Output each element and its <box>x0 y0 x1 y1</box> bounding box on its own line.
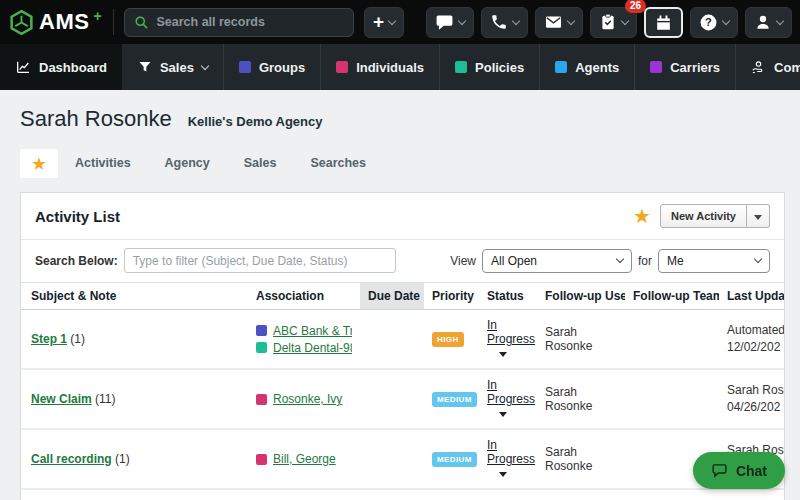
col-subject[interactable]: Subject & Note <box>21 283 248 310</box>
funnel-icon <box>138 60 152 74</box>
user-menu-button[interactable] <box>745 7 792 38</box>
followup-team-cell <box>625 310 719 370</box>
table-row: Insurance License - Updated 2023 (1) Sar… <box>21 489 784 500</box>
nav-item-dashboard[interactable]: Dashboard <box>0 44 123 90</box>
phone-button[interactable] <box>481 7 528 38</box>
search-input[interactable] <box>156 15 343 29</box>
add-record-button[interactable]: + <box>364 7 404 38</box>
clipboard-check-icon <box>599 13 617 31</box>
table-row: Step 1 (1) ABC Bank & Trust Delta Dental… <box>21 310 784 370</box>
chat-label: Chat <box>736 463 767 479</box>
panel-title: Activity List <box>35 208 120 225</box>
logo-text: AMS <box>39 9 89 35</box>
activity-filter-input[interactable] <box>124 248 396 273</box>
subject-link[interactable]: New Claim <box>31 392 92 406</box>
tab-agency[interactable]: Agency <box>148 148 227 178</box>
col-last-update[interactable]: Last Update <box>719 283 784 310</box>
due-date-cell <box>360 429 424 489</box>
nav-item-carriers[interactable]: Carriers <box>635 44 736 90</box>
association-link[interactable]: Rosonke, Ivy <box>273 392 342 406</box>
tasks-button[interactable]: 26 <box>590 7 637 38</box>
group-color-square <box>256 325 267 336</box>
chat-launcher-button[interactable]: Chat <box>693 452 785 489</box>
chevron-down-icon <box>616 255 624 263</box>
nav-item-sales[interactable]: Sales <box>123 44 224 90</box>
association-link[interactable]: ABC Bank & Trust <box>273 324 352 338</box>
followup-team-cell <box>625 489 719 500</box>
tab-activities[interactable]: Activities <box>58 148 148 178</box>
caret-down-icon <box>499 472 507 477</box>
global-search[interactable] <box>124 8 353 37</box>
new-activity-dropdown-button[interactable] <box>747 204 770 228</box>
envelope-icon <box>544 13 563 32</box>
subject-link[interactable]: Step 1 <box>31 332 67 346</box>
nav-item-groups[interactable]: Groups <box>224 44 321 90</box>
header-actions: 26 ? <box>426 7 792 38</box>
caret-down-icon <box>499 352 507 357</box>
nav-item-individuals[interactable]: Individuals <box>321 44 440 90</box>
activity-count: (1) <box>70 332 85 346</box>
nav-label: Individuals <box>356 60 424 75</box>
status-dropdown[interactable]: In Progress <box>487 318 535 346</box>
for-select[interactable]: Me <box>658 249 770 273</box>
app-logo[interactable]: AMS + <box>8 9 102 36</box>
due-date-cell <box>360 310 424 370</box>
followup-team-cell <box>625 369 719 429</box>
email-button[interactable] <box>535 7 583 38</box>
association-link[interactable]: Bill, George <box>273 452 336 466</box>
status-dropdown[interactable]: In Progress <box>487 378 535 406</box>
col-due-date[interactable]: Due Date <box>360 283 424 310</box>
star-icon: ★ <box>32 156 45 171</box>
for-select-value: Me <box>667 254 747 268</box>
nav-label: Agents <box>575 60 619 75</box>
status-dropdown[interactable]: In Progress <box>487 438 535 466</box>
calendar-button[interactable] <box>644 7 683 38</box>
top-header: AMS + + <box>0 0 800 44</box>
new-activity-button[interactable]: New Activity <box>660 204 747 228</box>
col-priority[interactable]: Priority <box>424 283 479 310</box>
page-subtitle: Kellie's Demo Agency <box>188 114 323 129</box>
individual-color-square <box>256 454 267 465</box>
priority-badge: HIGH <box>432 332 464 347</box>
col-association[interactable]: Association <box>248 283 360 310</box>
caret-down-icon <box>754 215 762 220</box>
divider <box>113 9 114 35</box>
tab-favorites[interactable]: ★ <box>20 149 58 178</box>
chevron-down-icon <box>567 16 575 24</box>
dashboard-icon <box>15 59 31 75</box>
policy-color-square <box>256 342 267 353</box>
logo-hexagon-icon <box>8 9 35 36</box>
followup-user-cell: Sarah Rosonke <box>537 310 625 370</box>
association-link[interactable]: Delta Dental-98975... <box>273 341 352 355</box>
logo-plus: + <box>93 8 101 24</box>
chevron-down-icon <box>754 255 762 263</box>
subject-link[interactable]: Call recording <box>31 452 112 466</box>
view-select[interactable]: All Open <box>482 249 632 273</box>
table-row: Call recording (1) Bill, George MEDIUM I… <box>21 429 784 489</box>
plus-icon: + <box>373 12 384 31</box>
nav-item-agents[interactable]: Agents <box>540 44 635 90</box>
chevron-down-icon <box>388 16 396 24</box>
nav-item-commission[interactable]: Commission <box>736 44 800 90</box>
messages-button[interactable] <box>426 7 474 38</box>
calendar-icon <box>654 13 673 32</box>
chevron-down-icon <box>512 16 520 24</box>
tab-sales[interactable]: Sales <box>227 148 294 178</box>
due-date-cell <box>360 489 424 500</box>
last-update-by: Sarah Ros <box>727 383 784 397</box>
groups-color-square <box>239 61 251 73</box>
col-followup-user[interactable]: Follow-up User <box>537 283 625 310</box>
caret-down-icon <box>499 412 507 417</box>
followup-user-cell: Sarah Rosonke <box>537 489 625 500</box>
help-button[interactable]: ? <box>690 7 738 38</box>
priority-badge: MEDIUM <box>432 392 477 407</box>
col-status[interactable]: Status <box>479 283 537 310</box>
chat-bubble-icon <box>435 13 454 32</box>
nav-label: Carriers <box>670 60 720 75</box>
nav-label: Groups <box>259 60 305 75</box>
col-followup-team[interactable]: Follow-up Team <box>625 283 719 310</box>
nav-item-policies[interactable]: Policies <box>440 44 540 90</box>
person-icon <box>754 13 772 31</box>
favorite-star-icon[interactable]: ★ <box>633 204 651 228</box>
tab-searches[interactable]: Searches <box>293 148 383 178</box>
